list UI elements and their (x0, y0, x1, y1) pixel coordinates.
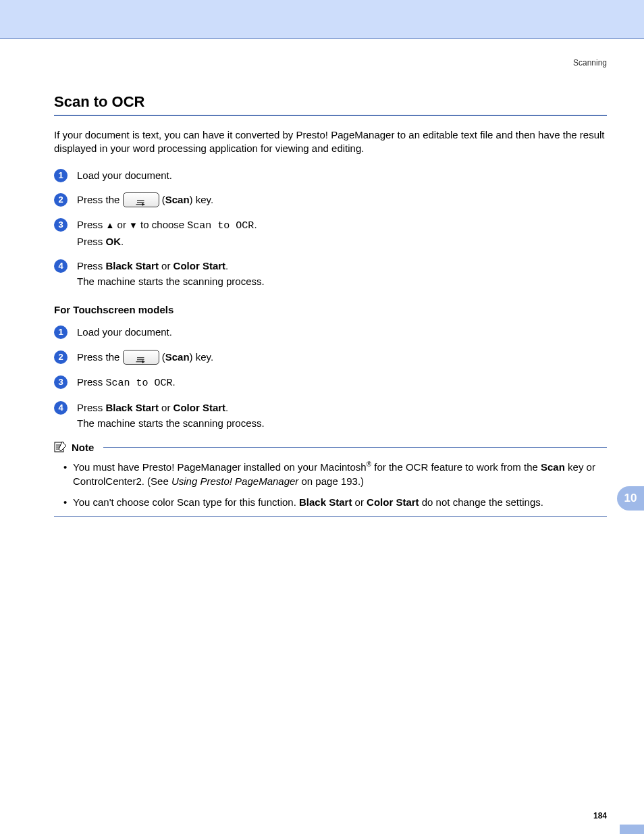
step-text: Press the (77, 194, 123, 205)
note-text: You must have Presto! PageManager instal… (73, 461, 367, 473)
step-text: Press (77, 402, 106, 413)
step-text: or (114, 219, 129, 230)
registered-mark: ® (367, 461, 371, 468)
scan-key-icon (123, 350, 159, 365)
step-number-icon: 2 (54, 193, 68, 207)
step-text: Press (77, 260, 106, 271)
step-text: Load your document. (77, 326, 172, 338)
step-text: The machine starts the scanning process. (77, 276, 265, 287)
note-text: for the OCR feature to work from the (371, 461, 541, 473)
step-2: 2 Press the (Scan) key. (54, 192, 607, 208)
step-text: Press (77, 219, 106, 230)
step-text: The machine starts the scanning process. (77, 417, 265, 429)
step-number-icon: 4 (54, 401, 68, 415)
top-banner (0, 0, 644, 39)
step-text: . (254, 219, 257, 230)
step-1: 1 Load your document. (54, 325, 607, 340)
note-text: You can't choose color Scan type for thi… (73, 496, 299, 508)
step-2: 2 Press the (Scan) key. (54, 350, 607, 365)
black-start-label: Black Start (299, 496, 352, 508)
step-4: 4 Press Black Start or Color Start. The … (54, 400, 607, 431)
step-text: . (121, 236, 124, 247)
note-bottom-rule (54, 516, 607, 517)
note-pencil-icon (54, 440, 68, 454)
note-list: You must have Presto! PageManager instal… (54, 460, 607, 509)
color-start-label: Color Start (173, 402, 226, 413)
scan-key-icon (123, 192, 159, 207)
note-label: Note (72, 442, 94, 453)
ok-label: OK (106, 236, 122, 247)
note-text: or (352, 496, 367, 508)
running-head: Scanning (54, 58, 607, 68)
color-start-label: Color Start (367, 496, 419, 508)
menu-option: Scan to OCR (187, 220, 254, 232)
color-start-label: Color Start (173, 260, 226, 271)
step-number-icon: 4 (54, 259, 68, 273)
step-number-icon: 3 (54, 218, 68, 232)
down-arrow-icon: ▼ (129, 220, 138, 230)
page-content: Scanning Scan to OCR If your document is… (0, 39, 644, 517)
step-text: or (159, 402, 173, 413)
section-title: Scan to OCR (54, 93, 607, 111)
step-text: or (159, 260, 173, 271)
step-text: Press the (77, 351, 123, 363)
step-1: 1 Load your document. (54, 168, 607, 184)
scan-label: Scan (165, 194, 190, 205)
intro-paragraph: If your document is text, you can have i… (54, 128, 607, 156)
step-3: 3 Press ▲ or ▼ to choose Scan to OCR. Pr… (54, 217, 607, 249)
title-rule (54, 115, 607, 116)
black-start-label: Black Start (106, 402, 159, 413)
steps-touchscreen: 1 Load your document. 2 Press the (Scan)… (54, 325, 607, 431)
step-text: ) key. (190, 351, 214, 363)
scan-label: Scan (541, 461, 565, 473)
menu-option: Scan to OCR (106, 377, 173, 389)
step-text: to choose (138, 219, 187, 230)
up-arrow-icon: ▲ (106, 220, 115, 230)
footer-accent-bar (620, 825, 644, 834)
note-rule (103, 447, 607, 448)
note-text: do not change the settings. (419, 496, 543, 508)
note-item: You must have Presto! PageManager instal… (63, 460, 607, 488)
step-text: . (225, 402, 228, 413)
steps-standard: 1 Load your document. 2 Press the (Scan)… (54, 168, 607, 290)
step-text: Press (77, 236, 106, 247)
step-text: Press (77, 376, 106, 388)
step-text: . (225, 260, 228, 271)
chapter-tab: 10 (617, 486, 644, 511)
step-number-icon: 1 (54, 169, 68, 182)
page-number: 184 (0, 811, 644, 820)
step-text: Load your document. (77, 170, 172, 181)
note-block: Note You must have Presto! PageManager i… (54, 440, 607, 517)
note-item: You can't choose color Scan type for thi… (63, 495, 607, 509)
scan-label: Scan (165, 351, 190, 363)
step-text: ) key. (190, 194, 214, 205)
cross-ref-link[interactable]: Using Presto! PageManager (171, 475, 298, 487)
touchscreen-heading: For Touchscreen models (54, 304, 607, 315)
step-4: 4 Press Black Start or Color Start. The … (54, 259, 607, 289)
step-number-icon: 1 (54, 325, 68, 339)
note-text: on page 193.) (298, 475, 364, 487)
black-start-label: Black Start (106, 260, 159, 271)
step-3: 3 Press Scan to OCR. (54, 375, 607, 392)
step-number-icon: 2 (54, 350, 68, 364)
step-number-icon: 3 (54, 375, 68, 389)
step-text: . (173, 376, 176, 388)
page-footer: 184 (0, 811, 644, 834)
